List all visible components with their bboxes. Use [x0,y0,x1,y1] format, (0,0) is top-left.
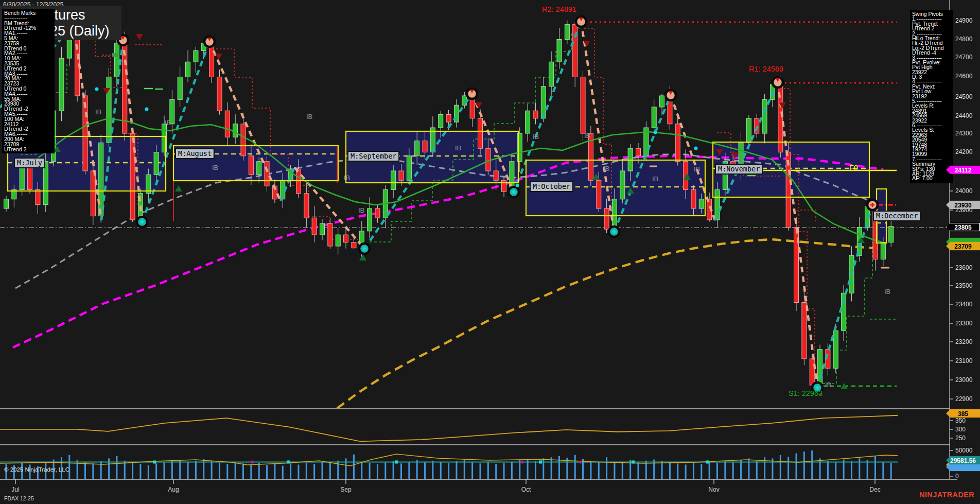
svg-text:IB: IB [306,113,312,120]
svg-text:IB: IB [455,144,461,152]
axis-tick-label: 250 [955,435,966,442]
axis-tick-label: 23000 [955,376,972,384]
ninjatrader-logo: NINJATRADER [919,491,974,499]
chart-canvas[interactable]: IBIBIBIBIBIBIBIBIBIBIBIBIBIBR2: 24891R1:… [0,0,980,504]
swing-pivots-panel: Swing Pivots1.--------------Pvt. Trend:U… [910,10,953,183]
copyright-label: © 2025 NinjaTrader, LLC [4,466,69,473]
axis-tick-label: 24200 [955,148,972,155]
axis-tick-label: 22900 [955,395,972,403]
svg-text:IB: IB [694,165,700,173]
axis-tick-label: 23200 [955,338,972,345]
price-tag: 24112 [946,166,980,175]
svg-text:IB: IB [533,133,539,141]
axis-tick-label: 24500 [955,93,972,100]
time-axis-month-label: Oct [521,486,531,493]
axis-tick-label: 24300 [955,130,972,137]
svg-text:M:September: M:September [351,152,396,160]
svg-text:M:November: M:November [718,165,760,173]
axis-tick-label: 300 [955,426,966,433]
axis-tick-label: 24700 [955,54,972,61]
axis-tick-label: 50000 [955,447,972,454]
svg-text:R2: 24891: R2: 24891 [542,5,576,13]
svg-text:IB: IB [884,288,890,296]
svg-text:M:July: M:July [17,159,42,167]
svg-text:IB: IB [652,175,658,183]
svg-text:M:December: M:December [876,212,918,220]
axis-tick-label: 23300 [955,320,972,327]
time-axis-month-label: Dec [869,486,880,493]
axis-tick-label: 24000 [955,187,972,195]
svg-text:IB: IB [212,164,218,171]
axis-tick-label: 23100 [955,357,972,364]
axis-tick-label: 23500 [955,282,972,289]
bench-marks-panel: Bench Marks-------------BM Trend:DTrend … [2,9,55,153]
price-tag: 23709 [946,242,980,251]
svg-text:IB: IB [603,165,609,172]
time-axis-month-label: Aug [168,486,179,493]
price-tag: 29581.56 [946,456,980,465]
svg-text:IB: IB [95,108,101,116]
svg-text:F0: F0 [849,164,858,172]
svg-text:IB: IB [344,174,350,182]
axis-tick-label: 24400 [955,112,972,119]
price-tag: 23805 [946,223,980,232]
svg-text:IB: IB [165,119,171,127]
axis-tick-label: 23400 [955,301,972,308]
time-axis-month-label: Jul [11,486,19,493]
svg-text:S1: 22963: S1: 22963 [789,389,822,397]
time-axis-month-label: Nov [708,486,719,493]
svg-text:IB: IB [584,132,590,140]
svg-text:R1: 24569: R1: 24569 [749,65,783,73]
svg-text:IB: IB [358,206,364,214]
axis-tick-label: 24800 [955,36,972,43]
price-tag: 385 [946,409,980,418]
axis-tick-label: 23600 [955,264,972,271]
svg-text:M:August: M:August [178,149,212,158]
time-axis-month-label: Sep [340,486,351,493]
svg-text:IB: IB [825,381,831,389]
axis-tick-label: 350 [955,417,966,424]
svg-text:M:October: M:October [533,182,570,190]
axis-tick-label: 0 [955,473,959,480]
instrument-label: FDAX 12-25 [4,495,34,501]
price-tag: 23930 [946,201,980,210]
axis-tick-label: 24600 [955,73,972,80]
chart-window: IBIBIBIBIBIBIBIBIBIBIBIBIBIBR2: 24891R1:… [0,0,980,504]
axis-tick-label: 24900 [955,17,972,24]
